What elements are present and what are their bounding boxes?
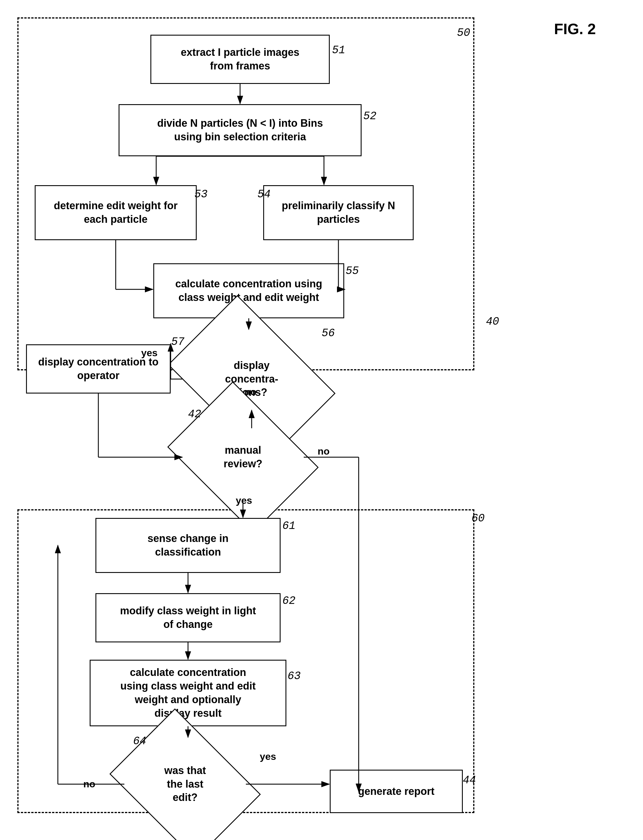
label-yes-lastedit: yes [260, 751, 276, 762]
ref-55: 55 [346, 265, 359, 277]
ref-53: 53 [194, 188, 208, 201]
ref-42: 42 [188, 408, 201, 420]
label-no-display: no [245, 386, 256, 397]
box-generate-report: generate report [330, 770, 463, 813]
ref-40: 40 [486, 315, 499, 328]
ref-61: 61 [282, 520, 295, 532]
ref-54: 54 [258, 188, 271, 201]
box-edit-weight: determine edit weight for each particle [35, 185, 197, 240]
diagram-container: FIG. 2 50 40 60 extract I particle image… [11, 11, 619, 828]
ref-56: 56 [322, 327, 335, 340]
diamond-manual-review: manual review? [182, 411, 304, 503]
ref-50: 50 [457, 27, 470, 39]
ref-44: 44 [463, 774, 476, 786]
box-sense-change: sense change in classification [95, 518, 281, 573]
ref-63: 63 [287, 670, 301, 682]
ref-60: 60 [472, 512, 485, 525]
ref-64: 64 [133, 735, 146, 747]
diamond-last-edit: was that the last edit? [124, 738, 246, 830]
box-divide: divide N particles (N < I) into Bins usi… [119, 104, 362, 156]
label-no-manual: no [318, 446, 330, 457]
label-yes-manual: yes [236, 495, 252, 506]
label-yes-display: yes [141, 347, 158, 358]
ref-62: 62 [282, 595, 295, 607]
ref-52: 52 [363, 110, 377, 123]
box-modify-class: modify class weight in light of change [95, 593, 281, 642]
box-calc-conc2: calculate concentration using class weig… [90, 660, 286, 726]
box-extract: extract I particle images from frames [150, 35, 330, 84]
ref-51: 51 [332, 44, 345, 56]
fig-label: FIG. 2 [554, 20, 596, 38]
ref-57: 57 [171, 336, 184, 348]
box-prelim-classify: preliminarily classify N particles [263, 185, 414, 240]
label-no-lastedit: no [83, 778, 95, 789]
